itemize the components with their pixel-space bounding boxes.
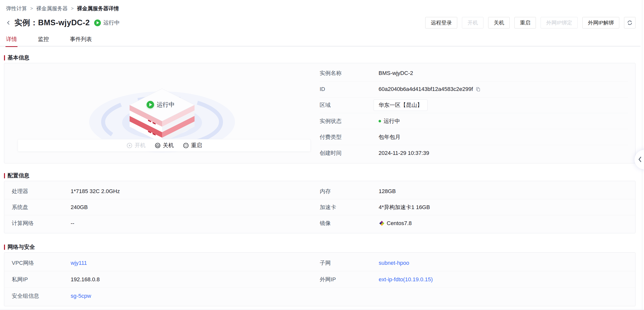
refresh-button[interactable] — [624, 17, 636, 28]
breadcrumb-separator: > — [30, 6, 33, 11]
restart-button[interactable]: 重启 — [514, 17, 536, 28]
subnet-link[interactable]: subnet-hpoo — [379, 260, 409, 266]
config-row: 系统盘 240GB 加速卡 4*异构加速卡1 16GB — [4, 199, 635, 215]
info-row-instance-status: 实例状态 运行中 — [320, 113, 628, 129]
config-label: 处理器 — [12, 188, 71, 195]
info-label: 付费类型 — [320, 134, 378, 141]
section-accent-bar — [4, 244, 5, 250]
breadcrumb-item-bms-list[interactable]: 裸金属服务器 — [36, 5, 68, 12]
unbind-public-ip-button[interactable]: 外网IP解绑 — [582, 17, 619, 28]
collapse-panel-button[interactable] — [634, 150, 644, 169]
section-title-text: 网络与安全 — [8, 243, 35, 251]
info-label: 实例名称 — [320, 70, 378, 77]
security-group-link[interactable]: sg-5cpw — [71, 293, 91, 299]
section-title-text: 配置信息 — [8, 172, 30, 179]
region-tag: 华东一区【昆山】 — [374, 100, 428, 111]
vpc-link[interactable]: wjy111 — [71, 260, 87, 266]
compute-network-value: -- — [71, 220, 74, 226]
section-title-text: 基本信息 — [8, 54, 30, 62]
network-security-card: VPC网络 wjy111 子网 subnet-hpoo 私网IP 192.168… — [4, 252, 636, 306]
back-icon[interactable] — [6, 19, 12, 26]
create-time-value: 2024-11-29 10:37:39 — [378, 150, 429, 156]
remote-login-button[interactable]: 远程登录 — [425, 17, 457, 28]
bms-instance-detail-page: 弹性计算 > 裸金属服务器 > 裸金属服务器详情 实例：BMS-wjyDC-2 … — [0, 0, 644, 310]
cpu-value: 1*7185 32C 2.0GHz — [71, 188, 120, 194]
quick-power-off-button[interactable]: 关机 — [154, 142, 174, 149]
config-label: 内存 — [320, 188, 379, 195]
detail-tabs: 详情 监控 事件列表 — [0, 36, 640, 46]
instance-quick-actions-bar: 开机 关机 重启 — [18, 139, 311, 152]
tab-details[interactable]: 详情 — [6, 36, 17, 46]
info-label: 区域 — [320, 102, 378, 109]
private-ip-value: 192.168.0.8 — [71, 276, 100, 283]
illustration-status-label: 运行中 — [157, 101, 175, 109]
header-action-buttons: 远程登录 开机 关机 重启 外网IP绑定 外网IP解绑 — [425, 17, 636, 28]
power-on-button[interactable]: 开机 — [462, 17, 484, 28]
power-off-button[interactable]: 关机 — [488, 17, 510, 28]
section-title-basic-info: 基本信息 — [4, 54, 30, 62]
tab-monitoring[interactable]: 监控 — [38, 36, 49, 46]
config-label: 系统盘 — [12, 204, 71, 211]
info-row-billing-type: 付费类型 包年包月 — [320, 129, 628, 145]
config-info-card: 处理器 1*7185 32C 2.0GHz 内存 128GB 系统盘 240GB… — [4, 181, 636, 233]
status-badge: 运行中 — [384, 118, 400, 125]
accelerator-card-value: 4*异构加速卡1 16GB — [379, 204, 430, 211]
section-title-config-info: 配置信息 — [4, 172, 30, 179]
status-dot-icon — [378, 120, 381, 122]
centos-logo-icon — [379, 220, 385, 226]
bind-public-ip-button[interactable]: 外网IP绑定 — [540, 17, 578, 28]
memory-value: 128GB — [379, 188, 396, 194]
billing-type-value: 包年包月 — [378, 134, 400, 141]
network-row: 安全组信息 sg-5cpw — [4, 288, 635, 304]
breadcrumb-item-elastic-compute[interactable]: 弹性计算 — [6, 5, 27, 12]
instance-status-text: 运行中 — [104, 19, 120, 26]
system-disk-value: 240GB — [71, 204, 88, 210]
server-illustration-area: 运行中 开机 关机 — [4, 63, 320, 163]
illustration-status-badge: 运行中 — [146, 101, 175, 109]
power-on-icon — [126, 142, 132, 149]
config-label: 加速卡 — [320, 204, 379, 211]
page-header: 实例：BMS-wjyDC-2 运行中 远程登录 开机 关机 重启 外网IP绑定 … — [6, 16, 636, 29]
restart-icon — [183, 142, 189, 149]
page-title: 实例：BMS-wjyDC-2 — [14, 18, 90, 28]
section-accent-bar — [4, 55, 5, 60]
instance-name-value: BMS-wjyDC-2 — [378, 70, 413, 76]
info-row-create-time: 创建时间 2024-11-29 10:37:39 — [320, 145, 628, 161]
refresh-icon — [627, 20, 633, 26]
config-row: 处理器 1*7185 32C 2.0GHz 内存 128GB — [4, 183, 635, 199]
tab-event-list[interactable]: 事件列表 — [70, 36, 92, 46]
page-bottom-divider — [0, 309, 644, 310]
breadcrumb-separator: > — [71, 6, 74, 11]
breadcrumb-item-current: 裸金属服务器详情 — [77, 5, 119, 12]
public-ip-link[interactable]: ext-ip-fdto(10.19.0.15) — [379, 276, 433, 283]
basic-info-list: 实例名称 BMS-wjyDC-2 ID 60a2040b6a4d4143bf12… — [320, 63, 635, 163]
right-panel-rail — [642, 0, 644, 310]
info-label: ID — [320, 86, 378, 92]
image-value: Centos7.8 — [387, 220, 412, 226]
info-label: 创建时间 — [320, 150, 378, 157]
network-label: 安全组信息 — [12, 292, 71, 300]
breadcrumb: 弹性计算 > 裸金属服务器 > 裸金属服务器详情 — [6, 5, 119, 12]
quick-power-on-button[interactable]: 开机 — [126, 142, 146, 149]
config-label: 镜像 — [320, 220, 379, 227]
info-row-instance-id: ID 60a2040b6a4d4143bf12a4583c2e299f — [320, 82, 628, 98]
network-label: 外网IP — [320, 276, 379, 283]
power-off-icon — [154, 142, 161, 149]
config-label: 计算网络 — [12, 220, 71, 227]
basic-info-card: 运行中 开机 关机 — [4, 63, 636, 163]
section-title-network-security: 网络与安全 — [4, 243, 35, 251]
quick-action-label: 重启 — [191, 142, 202, 149]
config-row: 计算网络 -- 镜像 Centos7.8 — [4, 215, 635, 231]
instance-id-value: 60a2040b6a4d4143bf12a4583c2e299f — [378, 86, 473, 92]
running-status-icon — [94, 20, 101, 26]
quick-restart-button[interactable]: 重启 — [183, 142, 202, 149]
network-label: 子网 — [320, 259, 379, 267]
quick-action-label: 开机 — [134, 142, 146, 149]
network-label: VPC网络 — [12, 259, 71, 267]
copy-icon[interactable] — [476, 87, 481, 92]
info-label: 实例状态 — [320, 118, 378, 125]
chevron-left-icon — [638, 156, 642, 163]
info-row-region: 区域 华东一区【昆山】 — [320, 98, 628, 114]
play-status-icon — [146, 101, 154, 108]
network-label: 私网IP — [12, 276, 71, 283]
